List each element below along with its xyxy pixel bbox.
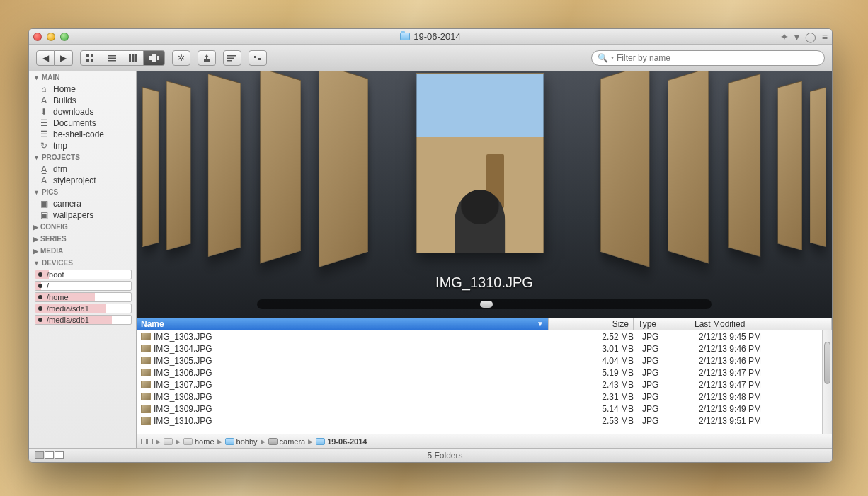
coverflow-thumb[interactable] xyxy=(810,87,826,247)
file-row[interactable]: IMG_1309.JPG5.14 MBJPG2/12/13 9:49 PM xyxy=(137,403,832,415)
pane-switcher[interactable] xyxy=(35,451,64,459)
view-columns-button[interactable] xyxy=(122,50,144,66)
file-row[interactable]: IMG_1305.JPG4.04 MBJPG2/12/13 9:46 PM xyxy=(137,354,832,367)
sidebar-device-item[interactable]: /media/sdb1 xyxy=(29,314,136,325)
svg-rect-6 xyxy=(108,60,116,62)
coverflow-thumb[interactable] xyxy=(600,71,649,267)
disclosure-triangle-icon: ▼ xyxy=(33,154,40,161)
extra-button[interactable] xyxy=(249,50,267,66)
path-crumb[interactable]: camera xyxy=(268,437,306,446)
view-icons-button[interactable] xyxy=(80,50,101,66)
sidebar-item[interactable]: A̲dfm xyxy=(29,163,136,175)
sidebar-item[interactable]: A̲Builds xyxy=(29,95,136,106)
file-name: IMG_1308.JPG xyxy=(154,392,212,402)
sidebar-section-header[interactable]: ▼DEVICES xyxy=(29,257,136,269)
code-icon: ☰ xyxy=(39,129,49,139)
coverflow-scroll-thumb[interactable] xyxy=(480,301,493,308)
file-row[interactable]: IMG_1310.JPG2.53 MBJPG2/12/13 9:51 PM xyxy=(137,415,832,427)
sidebar-item[interactable]: ⌂Home xyxy=(29,83,136,95)
search-input[interactable] xyxy=(617,53,818,63)
path-crumb[interactable]: home xyxy=(183,437,215,446)
sidebar-section-header[interactable]: ▼PROJECTS xyxy=(29,151,136,163)
coverflow-thumb[interactable] xyxy=(166,81,190,250)
back-button[interactable]: ◀ xyxy=(36,50,55,66)
sidebar-device-item[interactable]: /media/sda1 xyxy=(29,303,136,314)
sidebar-section-header[interactable]: ▶MEDIA xyxy=(29,245,136,257)
column-size[interactable]: Size xyxy=(549,318,634,330)
sidebar-item[interactable]: ☰be-shell-code xyxy=(29,129,136,140)
file-size: 2.53 MB xyxy=(553,416,638,426)
path-crumb[interactable]: 19-06-2014 xyxy=(316,437,367,446)
column-name[interactable]: Name▼ xyxy=(137,318,549,330)
file-modified: 2/12/13 9:46 PM xyxy=(695,344,832,354)
settings-button[interactable]: ✲ xyxy=(172,50,190,66)
share-button[interactable] xyxy=(198,50,216,66)
view-list-button[interactable] xyxy=(101,50,122,66)
arrange-button[interactable] xyxy=(223,50,241,66)
disclosure-triangle-icon: ▼ xyxy=(33,74,40,81)
file-row[interactable]: IMG_1308.JPG2.31 MBJPG2/12/13 9:48 PM xyxy=(137,391,832,403)
file-modified: 2/12/13 9:51 PM xyxy=(695,416,832,426)
column-modified[interactable]: Last Modified xyxy=(690,318,832,330)
file-type: JPG xyxy=(638,380,695,390)
file-modified: 2/12/13 9:47 PM xyxy=(695,380,832,390)
file-row[interactable]: IMG_1304.JPG3.01 MBJPG2/12/13 9:46 PM xyxy=(137,342,832,354)
sidebar-section-label: PROJECTS xyxy=(42,154,80,161)
file-row[interactable]: IMG_1306.JPG5.19 MBJPG2/12/13 9:47 PM xyxy=(137,367,832,379)
sidebar-item[interactable]: ▣wallpapers xyxy=(29,209,136,221)
file-thumbnail-icon xyxy=(141,381,151,388)
sidebar-section-header[interactable]: ▶SERIES xyxy=(29,233,136,245)
coverflow[interactable]: IMG_1310.JPG xyxy=(137,71,832,318)
sidebar-item[interactable]: ▣camera xyxy=(29,198,136,209)
scroll-thumb[interactable] xyxy=(824,342,830,384)
sidebar-item[interactable]: ⬇downloads xyxy=(29,106,136,117)
path-crumb-label: camera xyxy=(280,437,306,446)
sidebar-item-label: Home xyxy=(53,84,76,94)
sidebar-section-label: PICS xyxy=(42,188,58,196)
bullet-icon xyxy=(38,318,42,322)
home-icon: ⌂ xyxy=(39,84,49,94)
file-type: JPG xyxy=(638,404,695,414)
coverflow-scrollbar[interactable] xyxy=(257,299,712,309)
coverflow-thumb[interactable] xyxy=(260,71,301,263)
sidebar-section-header[interactable]: ▼MAIN xyxy=(29,71,136,83)
sidebar-device-item[interactable]: /home xyxy=(29,292,136,303)
sidebar-device-item[interactable]: /boot xyxy=(29,269,136,280)
svg-rect-17 xyxy=(254,56,256,58)
path-history-icon[interactable] xyxy=(141,439,153,444)
sidebar-section-header[interactable]: ▼PICS xyxy=(29,186,136,198)
path-crumb[interactable]: bobby xyxy=(225,437,258,446)
view-coverflow-button[interactable] xyxy=(144,50,165,66)
sidebar-item[interactable]: ↻tmp xyxy=(29,140,136,151)
search-field[interactable]: 🔍▾ xyxy=(591,50,825,66)
coverflow-thumb[interactable] xyxy=(668,71,709,263)
view-mode-buttons xyxy=(80,50,165,66)
svg-rect-2 xyxy=(86,59,89,62)
coverflow-thumb[interactable] xyxy=(208,74,241,257)
file-name: IMG_1306.JPG xyxy=(154,368,212,378)
coverflow-thumb[interactable] xyxy=(777,81,801,250)
coverflow-thumb[interactable] xyxy=(319,71,368,267)
sidebar-section-header[interactable]: ▶CONFIG xyxy=(29,221,136,233)
coverflow-thumb[interactable] xyxy=(142,87,159,247)
forward-button[interactable]: ▶ xyxy=(55,50,73,66)
bullet-icon xyxy=(38,272,42,277)
sidebar-device-item[interactable]: / xyxy=(29,280,136,292)
file-row[interactable]: IMG_1307.JPG2.43 MBJPG2/12/13 9:47 PM xyxy=(137,379,832,391)
sidebar-item[interactable]: ☰Documents xyxy=(29,117,136,129)
coverflow-current[interactable] xyxy=(416,73,544,253)
file-name: IMG_1304.JPG xyxy=(154,344,212,354)
sidebar-item-label: wallpapers xyxy=(53,210,93,220)
device-label: /media/sdb1 xyxy=(47,316,89,324)
coverflow-thumb[interactable] xyxy=(728,74,760,257)
column-type[interactable]: Type xyxy=(634,318,690,330)
svg-rect-7 xyxy=(129,54,131,62)
file-modified: 2/12/13 9:46 PM xyxy=(695,356,832,366)
vertical-scrollbar[interactable] xyxy=(822,330,832,434)
sidebar-item[interactable]: A̲styleproject xyxy=(29,175,136,186)
svg-rect-0 xyxy=(86,54,89,57)
file-row[interactable]: IMG_1303.JPG2.52 MBJPG2/12/13 9:45 PM xyxy=(137,330,832,342)
status-text: 5 Folders xyxy=(64,451,826,461)
path-crumb[interactable] xyxy=(164,438,173,445)
builds-icon: A̲ xyxy=(39,96,49,105)
